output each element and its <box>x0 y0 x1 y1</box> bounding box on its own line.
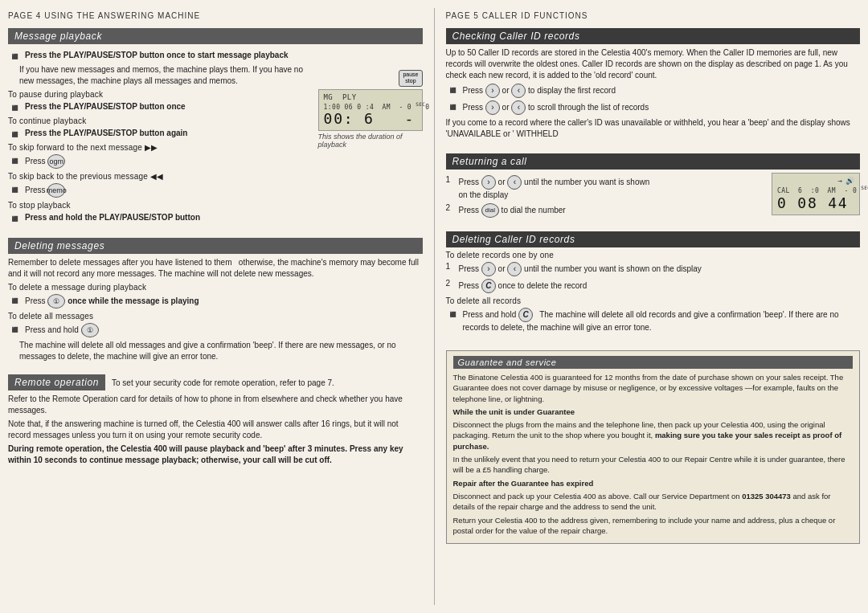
chevron-left-btn1[interactable]: ‹ <box>511 84 526 98</box>
deleting-caller-id-section: Deleting Caller ID records To delete rec… <box>446 231 861 336</box>
returning-call-content: 1 Press › or ‹ until the number you want… <box>446 173 861 220</box>
bullet-marker6: ◾ <box>8 213 22 224</box>
bullet-marker2: ◾ <box>8 102 22 113</box>
speaker-icon: 🔊 <box>845 177 854 185</box>
dial-button[interactable]: dial <box>481 203 499 218</box>
step2-text: Press dial to dial the number <box>459 203 566 218</box>
remote-header: Remote operation To set your security co… <box>8 374 423 390</box>
skip-back-label: To skip back to the previous message ◀◀ <box>8 172 310 181</box>
guarantee-expired-header: Repair after the Guarantee has expired <box>453 478 854 488</box>
column-divider <box>434 8 435 605</box>
guarantee-section: Guarantee and service The Binatone Celes… <box>446 350 861 544</box>
remote-text2: Note that, if the answering machine is t… <box>8 419 423 441</box>
message-playback-content: ◾ Press the PLAY/PAUSE/STOP button once … <box>8 47 423 227</box>
bullet-first-record: ◾ Press › or ‹ to display the first reco… <box>446 84 861 98</box>
c-hold-button[interactable]: C <box>518 308 533 322</box>
bullet-delete-all: ◾ Press and hold ① <box>8 323 423 337</box>
guarantee-text3: In the unlikely event that you need to r… <box>453 454 854 476</box>
left-page-header: page 4 USING THE ANSWERING MACHINE <box>8 8 423 22</box>
delete-step2-num: 2 <box>446 279 456 288</box>
return-step2: 2 Press dial to dial the number <box>446 203 764 218</box>
bullet-marker3: ◾ <box>8 129 22 140</box>
returning-call-title: Returning a call <box>446 153 861 170</box>
bullet-marker11: ◾ <box>446 309 460 320</box>
delete-note: The machine will delete all old messages… <box>8 340 423 362</box>
delete-all-caller-label: To delete all records <box>446 296 861 305</box>
deleting-caller-id-title: Deleting Caller ID records <box>446 231 861 247</box>
pause-stop-button[interactable]: pause stop <box>399 70 422 87</box>
bullet-skip-back: ◾ Press memo <box>8 183 310 198</box>
del-hold-button[interactable]: ① <box>81 323 99 337</box>
chevron-left-btn3[interactable]: ‹ <box>507 175 522 190</box>
bullet-delete-all-text: Press and hold ① <box>25 323 99 337</box>
bullet-stop: ◾ Press and hold the PLAY/PAUSE/STOP but… <box>8 212 310 224</box>
delete-all-label: To delete all messages <box>8 312 423 321</box>
left-column: page 4 USING THE ANSWERING MACHINE Messa… <box>8 8 423 605</box>
returning-call-section: Returning a call 1 Press › or ‹ until th… <box>446 153 861 220</box>
guarantee-text2: Disconnect the plugs from the mains and … <box>453 419 854 452</box>
bullet-scroll-records: ◾ Press › or ‹ to scroll through the lis… <box>446 100 861 115</box>
bullet-marker5: ◾ <box>8 184 22 195</box>
bullet-skip-forward-text: Press ogm <box>25 154 65 169</box>
bullet-continue-text: Press the PLAY/PAUSE/STOP button again <box>25 128 187 139</box>
remote-text1: Refer to the Remote Operation card for d… <box>8 394 423 416</box>
ogm-button[interactable]: ogm <box>47 154 65 169</box>
chevron-right-btn1[interactable]: › <box>485 84 500 98</box>
bullet-delete-all-caller: ◾ Press and hold C The machine will dele… <box>446 308 861 333</box>
deleting-messages-title: Deleting messages <box>8 238 423 254</box>
delete-during-label: To delete a message during playback <box>8 283 423 292</box>
guarantee-text1: The Binatone Celestia 400 is guaranteed … <box>453 372 854 404</box>
arrow-icon: → <box>838 177 842 185</box>
bullet-marker7: ◾ <box>8 295 22 306</box>
bullet-delete-all-caller-text: Press and hold C The machine will delete… <box>463 308 861 333</box>
deleting-messages-section: Deleting messages Remember to delete mes… <box>8 238 423 363</box>
guarantee-under-header: While the unit is under Guarantee <box>453 407 854 417</box>
playback-display-wrap: pause stop MG PLY 1:00 06 0 :4 AM - 0 SE… <box>318 70 423 149</box>
continue-label: To continue playback <box>8 116 310 125</box>
delete-step2-text: Press C once to delete the record <box>459 279 588 293</box>
return-display: → 🔊 CAL 6 :0 AM - 0 SEC0 0 0 08 44 <box>772 173 860 215</box>
bullet-play-start: ◾ Press the PLAY/PAUSE/STOP button once … <box>8 50 310 62</box>
checking-caller-id-section: Checking Caller ID records Up to 50 Call… <box>446 28 861 142</box>
memo-button[interactable]: memo <box>47 183 65 198</box>
right-column: page 5 CALLER ID FUNCTIONS Checking Call… <box>446 8 861 605</box>
remote-text3: During remote operation, the Celestia 40… <box>8 443 423 466</box>
delete-step1: 1 Press › or ‹ until the number you want… <box>446 262 861 276</box>
del-button[interactable]: ① <box>47 294 65 309</box>
bullet-pause: ◾ Press the PLAY/PAUSE/STOP button once <box>8 101 310 113</box>
bullet-stop-text: Press and hold the PLAY/PAUSE/STOP butto… <box>25 212 200 223</box>
chevron-right-btn3[interactable]: › <box>481 175 496 190</box>
message-playback-title: Message playback <box>8 28 423 44</box>
bullet-play-start-text: Press the PLAY/PAUSE/STOP button once to… <box>25 50 289 61</box>
playback-display: MG PLY 1:00 06 0 :4 AM - 0 SEC0 00: 6 - <box>318 89 423 132</box>
step1-num: 1 <box>446 175 456 184</box>
bullet-marker: ◾ <box>8 51 22 62</box>
chevron-right-btn2[interactable]: › <box>485 100 500 115</box>
checking-intro: Up to 50 Caller ID records are stored in… <box>446 47 861 81</box>
bullet-marker9: ◾ <box>446 84 460 96</box>
delete-one-label: To delete records one by one <box>446 251 861 260</box>
stop-label: To stop playback <box>8 201 310 210</box>
remote-operation-title: Remote operation <box>8 374 105 390</box>
remote-operation-section: Remote operation To set your security co… <box>8 374 423 468</box>
chevron-left-btn4[interactable]: ‹ <box>507 262 522 276</box>
guarantee-text4: Disconnect and pack up your Celestia 400… <box>453 491 854 513</box>
bullet-delete-during-text: Press ① once while the message is playin… <box>25 294 199 309</box>
chevron-right-btn4[interactable]: › <box>481 262 496 276</box>
delete-step1-num: 1 <box>446 262 456 271</box>
display-line-mg: MG PLY <box>324 93 417 101</box>
delete-step1-text: Press › or ‹ until the number you want i… <box>459 262 702 276</box>
bullet-skip-forward: ◾ Press ogm <box>8 154 310 169</box>
c-button[interactable]: C <box>481 279 496 293</box>
bullet-skip-back-text: Press memo <box>25 183 65 198</box>
return-display-wrap: → 🔊 CAL 6 :0 AM - 0 SEC0 0 0 08 44 <box>772 173 860 215</box>
display-line-time: 1:00 06 0 :4 AM - 0 SEC0 <box>324 101 417 111</box>
play-start-indent: If you have new messages and memos, the … <box>8 64 310 87</box>
chevron-left-btn2[interactable]: ‹ <box>511 100 526 115</box>
right-page-header: page 5 CALLER ID FUNCTIONS <box>446 8 861 22</box>
unavailable-note: If you come to a record where the caller… <box>446 117 861 140</box>
bullet-marker8: ◾ <box>8 324 22 335</box>
bullet-marker10: ◾ <box>446 101 460 112</box>
pause-label: To pause during playback <box>8 90 310 99</box>
bullet-continue: ◾ Press the PLAY/PAUSE/STOP button again <box>8 128 310 140</box>
